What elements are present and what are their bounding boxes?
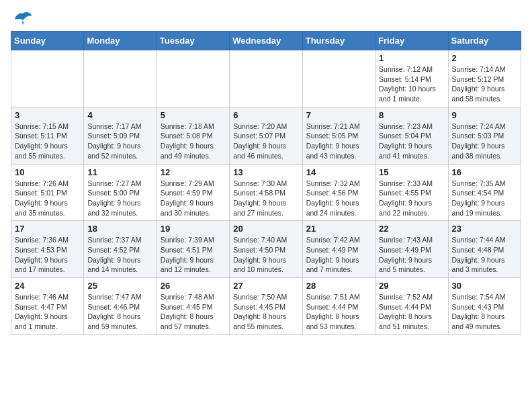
calendar-cell: 12Sunrise: 7:29 AMSunset: 4:59 PMDayligh… xyxy=(157,164,229,221)
logo xyxy=(11,11,32,26)
calendar-cell: 30Sunrise: 7:54 AMSunset: 4:43 PMDayligh… xyxy=(448,278,521,335)
day-number: 14 xyxy=(306,167,371,177)
calendar-week-row: 10Sunrise: 7:26 AMSunset: 5:01 PMDayligh… xyxy=(11,164,521,221)
day-info: Sunrise: 7:14 AMSunset: 5:12 PMDaylight:… xyxy=(452,64,517,104)
calendar-cell: 13Sunrise: 7:30 AMSunset: 4:58 PMDayligh… xyxy=(230,164,302,221)
day-number: 28 xyxy=(306,281,371,291)
calendar-cell: 8Sunrise: 7:23 AMSunset: 5:04 PMDaylight… xyxy=(375,107,448,164)
calendar-header: SundayMondayTuesdayWednesdayThursdayFrid… xyxy=(11,32,521,50)
day-info: Sunrise: 7:50 AMSunset: 4:45 PMDaylight:… xyxy=(233,292,298,332)
weekday-header-sunday: Sunday xyxy=(11,32,84,50)
calendar-cell: 24Sunrise: 7:46 AMSunset: 4:47 PMDayligh… xyxy=(11,278,84,335)
day-info: Sunrise: 7:17 AMSunset: 5:09 PMDaylight:… xyxy=(87,122,152,161)
calendar-cell: 29Sunrise: 7:52 AMSunset: 4:44 PMDayligh… xyxy=(375,278,448,335)
calendar-table: SundayMondayTuesdayWednesdayThursdayFrid… xyxy=(11,31,521,335)
day-number: 10 xyxy=(15,167,80,177)
day-info: Sunrise: 7:39 AMSunset: 4:51 PMDaylight:… xyxy=(161,235,226,275)
calendar-cell: 25Sunrise: 7:47 AMSunset: 4:46 PMDayligh… xyxy=(84,278,157,335)
day-info: Sunrise: 7:33 AMSunset: 4:55 PMDaylight:… xyxy=(379,179,444,218)
calendar-week-row: 17Sunrise: 7:36 AMSunset: 4:53 PMDayligh… xyxy=(11,221,521,278)
day-info: Sunrise: 7:44 AMSunset: 4:48 PMDaylight:… xyxy=(452,235,517,275)
day-info: Sunrise: 7:23 AMSunset: 5:04 PMDaylight:… xyxy=(379,122,444,161)
calendar-cell: 21Sunrise: 7:42 AMSunset: 4:49 PMDayligh… xyxy=(302,221,375,278)
weekday-header-row: SundayMondayTuesdayWednesdayThursdayFrid… xyxy=(11,32,521,50)
day-number: 6 xyxy=(233,110,298,120)
day-info: Sunrise: 7:29 AMSunset: 4:59 PMDaylight:… xyxy=(161,179,226,218)
day-info: Sunrise: 7:32 AMSunset: 4:56 PMDaylight:… xyxy=(306,179,371,218)
day-number: 11 xyxy=(87,167,152,177)
calendar-week-row: 1Sunrise: 7:12 AMSunset: 5:14 PMDaylight… xyxy=(11,50,521,107)
day-number: 1 xyxy=(379,53,444,63)
day-number: 23 xyxy=(452,224,517,234)
calendar-cell: 19Sunrise: 7:39 AMSunset: 4:51 PMDayligh… xyxy=(157,221,229,278)
day-number: 9 xyxy=(452,110,517,120)
day-number: 12 xyxy=(161,167,226,177)
calendar-week-row: 3Sunrise: 7:15 AMSunset: 5:11 PMDaylight… xyxy=(11,107,521,164)
calendar-cell: 14Sunrise: 7:32 AMSunset: 4:56 PMDayligh… xyxy=(302,164,375,221)
calendar-week-row: 24Sunrise: 7:46 AMSunset: 4:47 PMDayligh… xyxy=(11,278,521,335)
day-number: 24 xyxy=(15,281,80,291)
calendar-cell xyxy=(84,50,157,107)
day-info: Sunrise: 7:51 AMSunset: 4:44 PMDaylight:… xyxy=(306,292,371,332)
day-info: Sunrise: 7:47 AMSunset: 4:46 PMDaylight:… xyxy=(87,292,152,332)
day-number: 15 xyxy=(379,167,444,177)
day-number: 27 xyxy=(233,281,298,291)
day-info: Sunrise: 7:43 AMSunset: 4:49 PMDaylight:… xyxy=(379,235,444,275)
calendar-cell: 16Sunrise: 7:35 AMSunset: 4:54 PMDayligh… xyxy=(448,164,521,221)
day-info: Sunrise: 7:30 AMSunset: 4:58 PMDaylight:… xyxy=(233,179,298,218)
day-info: Sunrise: 7:37 AMSunset: 4:52 PMDaylight:… xyxy=(87,235,152,275)
day-number: 20 xyxy=(233,224,298,234)
day-number: 13 xyxy=(233,167,298,177)
day-info: Sunrise: 7:24 AMSunset: 5:03 PMDaylight:… xyxy=(452,122,517,161)
calendar-cell: 1Sunrise: 7:12 AMSunset: 5:14 PMDaylight… xyxy=(375,50,448,107)
day-number: 5 xyxy=(161,110,226,120)
day-info: Sunrise: 7:27 AMSunset: 5:00 PMDaylight:… xyxy=(87,179,152,218)
weekday-header-wednesday: Wednesday xyxy=(230,32,302,50)
day-number: 25 xyxy=(87,281,152,291)
day-info: Sunrise: 7:20 AMSunset: 5:07 PMDaylight:… xyxy=(233,122,298,161)
day-number: 17 xyxy=(15,224,80,234)
day-info: Sunrise: 7:35 AMSunset: 4:54 PMDaylight:… xyxy=(452,179,517,218)
weekday-header-monday: Monday xyxy=(84,32,157,50)
weekday-header-friday: Friday xyxy=(375,32,448,50)
day-info: Sunrise: 7:48 AMSunset: 4:45 PMDaylight:… xyxy=(161,292,226,332)
day-number: 16 xyxy=(452,167,517,177)
day-info: Sunrise: 7:15 AMSunset: 5:11 PMDaylight:… xyxy=(15,122,80,161)
day-number: 8 xyxy=(379,110,444,120)
day-number: 30 xyxy=(452,281,517,291)
weekday-header-tuesday: Tuesday xyxy=(157,32,229,50)
day-number: 18 xyxy=(87,224,152,234)
calendar-cell: 9Sunrise: 7:24 AMSunset: 5:03 PMDaylight… xyxy=(448,107,521,164)
calendar-body: 1Sunrise: 7:12 AMSunset: 5:14 PMDaylight… xyxy=(11,50,521,335)
calendar-cell: 2Sunrise: 7:14 AMSunset: 5:12 PMDaylight… xyxy=(448,50,521,107)
day-number: 2 xyxy=(452,53,517,63)
calendar-cell: 17Sunrise: 7:36 AMSunset: 4:53 PMDayligh… xyxy=(11,221,84,278)
calendar-cell: 4Sunrise: 7:17 AMSunset: 5:09 PMDaylight… xyxy=(84,107,157,164)
day-info: Sunrise: 7:36 AMSunset: 4:53 PMDaylight:… xyxy=(15,235,80,275)
day-info: Sunrise: 7:21 AMSunset: 5:05 PMDaylight:… xyxy=(306,122,371,161)
calendar-cell: 6Sunrise: 7:20 AMSunset: 5:07 PMDaylight… xyxy=(230,107,302,164)
day-number: 4 xyxy=(87,110,152,120)
logo-bird-icon xyxy=(13,11,32,26)
calendar-cell: 23Sunrise: 7:44 AMSunset: 4:48 PMDayligh… xyxy=(448,221,521,278)
calendar-cell xyxy=(157,50,229,107)
calendar-cell xyxy=(11,50,84,107)
calendar-cell: 15Sunrise: 7:33 AMSunset: 4:55 PMDayligh… xyxy=(375,164,448,221)
day-number: 21 xyxy=(306,224,371,234)
calendar-cell: 18Sunrise: 7:37 AMSunset: 4:52 PMDayligh… xyxy=(84,221,157,278)
calendar-cell: 27Sunrise: 7:50 AMSunset: 4:45 PMDayligh… xyxy=(230,278,302,335)
day-number: 7 xyxy=(306,110,371,120)
day-number: 19 xyxy=(161,224,226,234)
calendar-cell xyxy=(230,50,302,107)
day-info: Sunrise: 7:12 AMSunset: 5:14 PMDaylight:… xyxy=(379,64,444,104)
calendar-cell: 26Sunrise: 7:48 AMSunset: 4:45 PMDayligh… xyxy=(157,278,229,335)
calendar-cell: 28Sunrise: 7:51 AMSunset: 4:44 PMDayligh… xyxy=(302,278,375,335)
calendar-cell: 20Sunrise: 7:40 AMSunset: 4:50 PMDayligh… xyxy=(230,221,302,278)
day-info: Sunrise: 7:52 AMSunset: 4:44 PMDaylight:… xyxy=(379,292,444,332)
weekday-header-saturday: Saturday xyxy=(448,32,521,50)
weekday-header-thursday: Thursday xyxy=(302,32,375,50)
day-info: Sunrise: 7:46 AMSunset: 4:47 PMDaylight:… xyxy=(15,292,80,332)
page-header xyxy=(11,11,521,26)
day-info: Sunrise: 7:40 AMSunset: 4:50 PMDaylight:… xyxy=(233,235,298,275)
calendar-cell: 3Sunrise: 7:15 AMSunset: 5:11 PMDaylight… xyxy=(11,107,84,164)
